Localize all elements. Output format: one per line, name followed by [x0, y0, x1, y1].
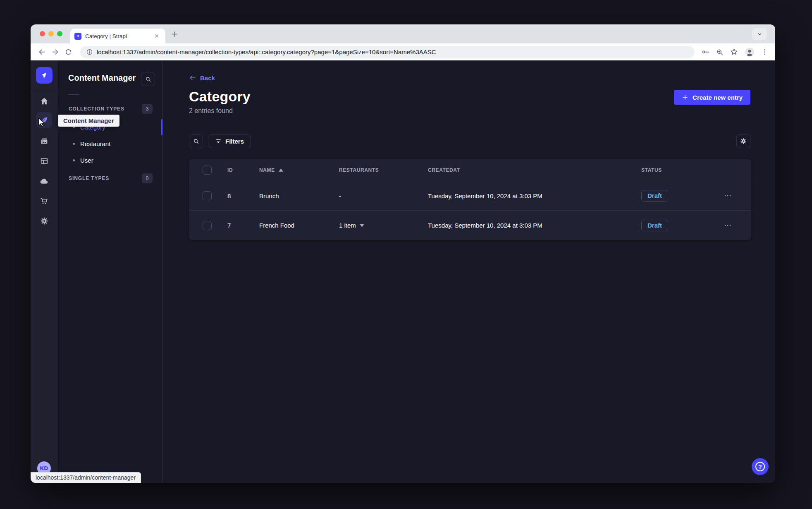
active-item-indicator [161, 119, 162, 135]
filters-button[interactable]: Filters [208, 134, 251, 148]
cell-name: Brunch [253, 192, 333, 199]
table-header-row: ID NAME RESTAURANTS CREATEDAT STATUS [189, 159, 751, 181]
collection-types-section: COLLECTION TYPES 3 [57, 103, 162, 114]
key-icon[interactable] [701, 48, 710, 56]
section-label: SINGLE TYPES [69, 175, 109, 181]
profile-icon[interactable] [744, 47, 755, 58]
back-label: Back [200, 74, 215, 82]
minimize-window-button[interactable] [48, 31, 54, 36]
menu-icon[interactable] [761, 48, 769, 56]
question-icon: ? [755, 462, 765, 471]
cell-createdat: Tuesday, September 10, 2024 at 3:03 PM [422, 222, 635, 229]
nav-tooltip: Content Manager [58, 115, 119, 127]
column-header-status[interactable]: STATUS [635, 167, 717, 173]
select-all-checkbox[interactable] [203, 166, 212, 175]
column-header-id[interactable]: ID [221, 167, 253, 173]
section-count-badge: 3 [142, 104, 153, 114]
table-settings-button[interactable] [736, 134, 750, 148]
browser-tab[interactable]: Category | Strapi [70, 29, 165, 43]
section-label: COLLECTION TYPES [69, 106, 124, 112]
cell-createdat: Tuesday, September 10, 2024 at 3:03 PM [422, 192, 635, 199]
more-options-icon [723, 221, 732, 230]
row-checkbox[interactable] [203, 221, 212, 230]
media-library-icon[interactable] [39, 136, 49, 146]
status-badge: Draft [641, 220, 668, 231]
forward-icon[interactable] [50, 47, 60, 58]
create-new-entry-button[interactable]: Create new entry [674, 90, 750, 105]
info-icon[interactable] [86, 48, 93, 55]
column-header-restaurants[interactable]: RESTAURANTS [333, 167, 422, 173]
close-window-button[interactable] [40, 31, 45, 36]
cell-restaurants: - [333, 192, 422, 199]
zoom-icon[interactable] [716, 48, 724, 56]
cell-restaurants[interactable]: 1 item [333, 222, 422, 229]
marketplace-icon[interactable] [39, 196, 49, 206]
main-content: Back Category Create new entry 2 entries… [163, 60, 775, 483]
url-bar[interactable]: localhost:1337/admin/content-manager/col… [80, 46, 695, 58]
table-row[interactable]: 7 French Food 1 item Tuesday, September … [189, 211, 751, 240]
reload-icon[interactable] [63, 47, 74, 58]
help-button[interactable]: ? [752, 458, 769, 475]
strapi-app: KD Content Manager COLLECTION TYPES 3 Ca… [31, 60, 775, 483]
sidebar-item-user[interactable]: User [57, 152, 161, 168]
strapi-logo[interactable] [36, 67, 53, 84]
chevron-down-icon [360, 224, 364, 227]
column-header-name[interactable]: NAME [253, 167, 333, 173]
tab-close-icon[interactable] [153, 32, 160, 40]
search-button[interactable] [189, 134, 203, 148]
tab-title: Category | Strapi [85, 33, 149, 39]
tab-search-chevron-icon[interactable] [752, 28, 767, 40]
subnav-search-button[interactable] [141, 72, 155, 86]
subnav-divider [68, 94, 79, 95]
back-icon[interactable] [36, 47, 47, 58]
new-tab-button[interactable] [171, 31, 178, 38]
row-actions-button[interactable] [723, 191, 732, 200]
more-options-icon [723, 191, 732, 200]
cell-name: French Food [253, 222, 333, 229]
bullet-icon [73, 159, 75, 161]
row-checkbox[interactable] [203, 191, 212, 200]
home-icon[interactable] [39, 96, 49, 106]
bookmark-star-icon[interactable] [730, 48, 738, 56]
strapi-favicon-icon [74, 33, 81, 40]
traffic-lights [40, 31, 62, 36]
subnav-title: Content Manager [68, 73, 136, 83]
filter-icon [215, 138, 222, 144]
table-row[interactable]: 8 Brunch - Tuesday, September 10, 2024 a… [189, 181, 751, 211]
settings-icon[interactable] [39, 216, 49, 226]
sidebar-divider [31, 92, 57, 92]
plus-icon [682, 94, 688, 101]
entries-count: 2 entries found [189, 107, 750, 115]
sort-asc-icon [279, 168, 283, 172]
content-type-builder-icon[interactable] [39, 156, 49, 166]
tab-strip: Category | Strapi [31, 24, 775, 43]
filters-toolbar: Filters [189, 134, 750, 148]
row-actions-button[interactable] [723, 221, 732, 230]
toolbar-icons [701, 47, 769, 58]
status-bar-link-preview: localhost:1337/admin/content-manager [31, 472, 141, 483]
section-count-badge: 0 [142, 173, 153, 183]
sidebar-item-restaurant[interactable]: Restaurant [57, 135, 161, 152]
browser-window: Category | Strapi localhost:1337/admin/c… [31, 24, 775, 483]
entries-table: ID NAME RESTAURANTS CREATEDAT STATUS 8 B… [189, 159, 751, 240]
sidebar-item-label: User [80, 157, 93, 164]
gear-icon [740, 137, 747, 145]
browser-toolbar: localhost:1337/admin/content-manager/col… [31, 43, 775, 60]
cloud-icon[interactable] [39, 176, 49, 186]
search-icon [193, 138, 200, 145]
cell-id: 8 [221, 192, 253, 199]
bullet-icon [73, 143, 75, 145]
mouse-cursor [37, 118, 46, 129]
status-badge: Draft [641, 190, 668, 202]
column-header-createdat[interactable]: CREATEDAT [422, 167, 635, 173]
back-link[interactable]: Back [189, 74, 215, 82]
sidebar-item-label: Restaurant [80, 140, 110, 147]
single-types-section: SINGLE TYPES 0 [57, 173, 162, 184]
cell-id: 7 [221, 222, 253, 229]
filters-label: Filters [225, 138, 244, 145]
url-text: localhost:1337/admin/content-manager/col… [97, 48, 436, 55]
maximize-window-button[interactable] [57, 31, 62, 36]
create-button-label: Create new entry [693, 94, 743, 101]
page-title: Category [189, 89, 251, 105]
